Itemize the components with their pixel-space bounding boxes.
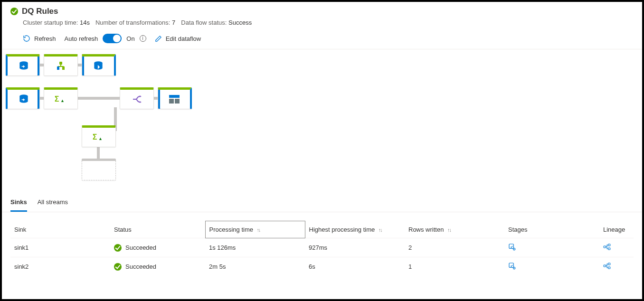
edit-dataflow-label: Edit dataflow xyxy=(166,35,201,42)
success-circle-icon xyxy=(10,8,18,15)
svg-rect-1 xyxy=(59,62,62,65)
derived-column-icon xyxy=(55,60,67,72)
cell-rows: 1 xyxy=(405,257,504,276)
diagram-node-aggregate[interactable]: Σ xyxy=(44,87,78,109)
diagram-node-derived[interactable] xyxy=(44,54,78,76)
auto-refresh-label: Auto refresh xyxy=(65,35,98,42)
transform-count-value: 7 xyxy=(172,19,175,26)
database-sink-icon xyxy=(92,60,104,72)
svg-rect-25 xyxy=(608,267,610,269)
col-rows-label: Rows written xyxy=(408,226,444,233)
svg-marker-15 xyxy=(99,138,102,140)
col-rows-written[interactable]: Rows written ↑↓ xyxy=(405,221,504,238)
svg-rect-18 xyxy=(604,246,606,248)
status-text: Succeeded xyxy=(125,244,156,251)
diagram-node-split[interactable] xyxy=(120,87,154,109)
lineage-link[interactable] xyxy=(599,238,634,257)
svg-rect-24 xyxy=(608,263,610,265)
sinks-table: Sink Status Processing time ↑↓ Highest p… xyxy=(10,221,634,276)
svg-rect-3 xyxy=(62,66,65,70)
lineage-icon xyxy=(603,262,611,270)
diagram-node-sink[interactable] xyxy=(82,54,116,76)
svg-rect-23 xyxy=(604,265,606,267)
col-processing-time[interactable]: Processing time ↑↓ xyxy=(205,221,305,238)
page-title: DQ Rules xyxy=(22,7,58,16)
transform-count-label: Number of transformations: xyxy=(95,19,170,26)
auto-refresh-toggle[interactable] xyxy=(103,34,122,43)
sort-arrows-icon: ↑↓ xyxy=(447,227,451,233)
diagram-node-sink[interactable] xyxy=(158,87,192,109)
sort-arrows-icon: ↑↓ xyxy=(257,227,260,233)
tab-sinks[interactable]: Sinks xyxy=(10,194,27,212)
cell-sink: sink1 xyxy=(10,238,110,257)
svg-marker-8 xyxy=(61,100,64,102)
col-stages[interactable]: Stages xyxy=(504,221,599,238)
stages-icon xyxy=(508,243,516,251)
edit-icon xyxy=(155,35,162,42)
col-highest-label: Highest processing time xyxy=(309,226,375,233)
col-sink[interactable]: Sink xyxy=(10,221,110,238)
svg-rect-13 xyxy=(175,99,180,103)
svg-rect-20 xyxy=(608,248,610,250)
svg-point-17 xyxy=(513,248,515,250)
refresh-button[interactable]: Refresh xyxy=(23,35,56,42)
status-text: Succeeded xyxy=(125,263,156,270)
header-meta: Cluster startup time: 14s Number of tran… xyxy=(23,19,634,26)
flow-status-label: Data flow status: xyxy=(181,19,227,26)
database-source-icon xyxy=(18,93,30,105)
svg-rect-2 xyxy=(57,66,59,70)
stages-icon xyxy=(508,262,516,270)
cell-highest: 927ms xyxy=(305,238,405,257)
toolbar: Refresh Auto refresh On i Edit dataflow xyxy=(2,29,642,49)
dataflow-diagram[interactable]: Σ Σ xyxy=(2,49,642,192)
cluster-startup-label: Cluster startup time: xyxy=(23,19,78,26)
svg-text:Σ: Σ xyxy=(55,95,59,103)
split-icon xyxy=(131,93,143,105)
cell-proc-time: 2m 5s xyxy=(205,257,305,276)
table-sink-icon xyxy=(168,93,180,105)
connector xyxy=(77,97,124,100)
aggregate-icon: Σ xyxy=(55,93,67,105)
table-row[interactable]: sink1 Succeeded 1s 126ms 927ms 2 xyxy=(10,238,634,257)
refresh-label: Refresh xyxy=(34,35,56,42)
table-row[interactable]: sink2 Succeeded 2m 5s 6s 1 xyxy=(10,257,634,276)
svg-rect-19 xyxy=(608,244,610,246)
svg-text:Σ: Σ xyxy=(93,133,97,141)
cell-highest: 6s xyxy=(305,257,405,276)
col-highest-time[interactable]: Highest processing time ↑↓ xyxy=(305,221,405,238)
cell-proc-time: 1s 126ms xyxy=(205,238,305,257)
lineage-icon xyxy=(603,243,611,251)
svg-marker-9 xyxy=(140,95,142,97)
lineage-link[interactable] xyxy=(599,257,634,276)
cell-rows: 2 xyxy=(405,238,504,257)
svg-rect-12 xyxy=(169,99,174,103)
aggregate-icon: Σ xyxy=(93,131,105,143)
refresh-icon xyxy=(23,35,30,42)
diagram-node-placeholder[interactable] xyxy=(82,159,116,180)
tab-all-streams[interactable]: All streams xyxy=(38,194,68,212)
col-status[interactable]: Status xyxy=(110,221,205,238)
svg-marker-10 xyxy=(140,101,142,103)
svg-rect-11 xyxy=(169,95,180,98)
diagram-node-aggregate[interactable]: Σ xyxy=(82,125,116,147)
edit-dataflow-button[interactable]: Edit dataflow xyxy=(155,35,201,42)
diagram-node-source[interactable] xyxy=(6,87,40,109)
results-tabs: Sinks All streams xyxy=(2,194,642,212)
page-title-row: DQ Rules xyxy=(10,7,634,16)
cluster-startup-value: 14s xyxy=(80,19,90,26)
svg-point-22 xyxy=(513,267,515,269)
database-source-icon xyxy=(18,60,30,72)
diagram-node-source[interactable] xyxy=(6,54,40,76)
cell-status: Succeeded xyxy=(114,244,201,252)
stages-link[interactable] xyxy=(504,257,599,276)
col-lineage[interactable]: Lineage xyxy=(599,221,634,238)
col-processing-time-label: Processing time xyxy=(209,226,253,233)
cell-sink: sink2 xyxy=(10,257,110,276)
success-circle-icon xyxy=(114,244,122,252)
cell-status: Succeeded xyxy=(114,263,201,271)
auto-refresh-state: On xyxy=(126,35,134,42)
sort-arrows-icon: ↑↓ xyxy=(379,227,382,233)
info-icon[interactable]: i xyxy=(140,35,146,42)
success-circle-icon xyxy=(114,263,122,271)
stages-link[interactable] xyxy=(504,238,599,257)
